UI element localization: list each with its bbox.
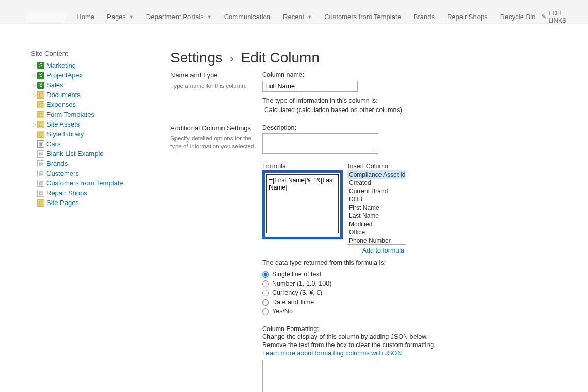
sidebar-item-label: Customers [46,169,79,177]
insert-option-created[interactable]: Created [347,179,406,187]
additional-heading: Additional Column Settings [170,124,262,132]
site-logo[interactable] [26,12,65,22]
return-type-radio-label: Number (1, 1.0, 100) [272,280,331,287]
expand-icon[interactable]: ▷ [31,92,37,98]
sidebar-item-projectapex[interactable]: ▷SProjectApex [31,70,170,80]
sidebar-item-customers[interactable]: ▷▤Customers [31,168,170,178]
breadcrumb-settings[interactable]: Settings [170,50,223,66]
sidebar-item-label: Site Pages [46,199,79,207]
return-type-label: The data type returned from this formula… [262,259,567,266]
return-type-radio[interactable] [262,290,269,296]
sidebar-item-form-templates[interactable]: ▷▢Form Templates [31,109,170,119]
sidebar-item-documents[interactable]: ▷▢Documents [31,90,170,100]
folder-icon: ▢ [37,91,44,99]
insert-option-first-name[interactable]: First Name [347,203,406,212]
return-type-radio[interactable] [262,271,269,278]
insert-column-label: Insert Column: [348,163,407,170]
description-label: Description: [262,124,567,131]
nav-item-customers-from-template[interactable]: Customers from Template [324,13,401,21]
return-type-radio-label: Currency ($, ¥, €) [272,289,322,296]
insert-column-list[interactable]: Compliance Asset IdCreatedCurrent BrandD… [347,170,406,245]
insert-option-phone-number[interactable]: Phone Number [347,237,406,245]
folder-icon: ▢ [37,101,44,108]
sidebar-item-label: Form Templates [46,111,94,118]
sidebar-item-sales[interactable]: ▷SSales [31,80,170,90]
formatting-label: Column Formatting: [262,325,567,333]
chevron-down-icon: ▼ [307,14,312,20]
add-to-formula-link[interactable]: Add to formula [262,247,404,254]
return-type-option-4[interactable]: Yes/No [262,307,567,316]
return-type-group: Single line of textNumber (1, 1.0, 100)C… [262,270,567,316]
return-type-option-2[interactable]: Currency ($, ¥, €) [262,288,567,297]
return-type-radio[interactable] [262,299,269,306]
insert-option-office[interactable]: Office [347,228,406,237]
list-icon: ▤ [37,150,44,158]
edit-links[interactable]: ✎ EDIT LINKS [542,10,573,24]
column-name-input[interactable] [262,81,358,92]
return-type-option-3[interactable]: Date and Time [262,297,567,307]
nav-item-department-portals[interactable]: Department Portals▼ [146,13,212,21]
insert-option-current-brand[interactable]: Current Brand [347,187,406,195]
nav-item-communication[interactable]: Communication [224,13,271,21]
pic-icon: ▣ [37,140,44,148]
nav-item-recent[interactable]: Recent▼ [283,13,312,21]
sidebar-item-style-library[interactable]: ▷▢Style Library [31,129,170,139]
insert-option-last-name[interactable]: Last Name [347,212,406,220]
return-type-radio[interactable] [262,308,269,315]
insert-option-compliance-asset-id[interactable]: Compliance Asset Id [347,170,406,179]
expand-icon[interactable]: ▷ [31,83,37,88]
sidebar-item-label: Documents [46,91,81,99]
formatting-learn-more-link[interactable]: Learn more about formatting columns with… [262,350,567,357]
breadcrumb-separator-icon: › [230,52,233,66]
sidebar-item-brands[interactable]: ▷▤Brands [31,159,170,168]
return-type-option-0[interactable]: Single line of text [262,270,567,279]
formula-input[interactable] [266,174,339,233]
type-info-label: The type of information in this column i… [262,97,567,104]
nav-item-home[interactable]: Home [76,13,94,21]
sidebar-item-cars[interactable]: ▷▣Cars [31,139,170,149]
site-icon: S [37,72,44,79]
main-content: Settings › Edit Column Name and Type Typ… [170,50,588,392]
expand-icon[interactable]: ▷ [31,122,37,127]
return-type-option-1[interactable]: Number (1, 1.0, 100) [262,279,567,288]
return-type-radio-label: Yes/No [272,308,293,315]
list-icon: ▤ [37,180,44,187]
type-info-value: Calculated (calculation based on other c… [264,106,567,114]
description-input[interactable] [262,133,378,154]
sidebar-title: Site Content [31,50,170,57]
chevron-down-icon: ▼ [207,14,212,20]
sidebar-item-label: Blank List Example [46,150,104,158]
nav-item-pages[interactable]: Pages▼ [107,13,134,21]
sidebar-item-label: Site Assets [46,120,80,128]
nav-item-repair-shops[interactable]: Repair Shops [447,13,488,21]
site-content-tree: ▷SMarketing▷SProjectApex▷SSales▷▢Documen… [31,60,170,208]
nav-item-recycle-bin[interactable]: Recycle Bin [500,13,536,21]
return-type-radio-label: Single line of text [272,271,321,278]
folder-icon: ▢ [37,131,44,138]
sidebar-item-blank-list-example[interactable]: ▷▤Blank List Example [31,149,170,159]
sidebar-item-site-assets[interactable]: ▷▢Site Assets [31,119,170,129]
sidebar-item-site-pages[interactable]: ▷▢Site Pages [31,198,170,208]
sidebar-item-label: Brands [46,160,68,167]
sidebar-item-marketing[interactable]: ▷SMarketing [31,60,170,70]
site-icon: S [37,82,44,89]
formula-label: Formula: [262,163,344,170]
nav-item-brands[interactable]: Brands [414,13,435,21]
insert-option-dob[interactable]: DOB [347,195,406,203]
folder-icon: ▢ [37,199,44,207]
return-type-radio-label: Date and Time [272,299,314,306]
return-type-radio[interactable] [262,280,269,287]
folder-icon: ▢ [37,111,44,118]
section-name-and-type: Name and Type Type a name for this colum… [170,71,567,114]
insert-option-modified[interactable]: Modified [347,220,406,228]
expand-icon[interactable]: ▷ [31,73,37,78]
expand-icon[interactable]: ▷ [31,63,37,68]
json-formatting-input[interactable] [262,360,378,393]
sidebar-item-repair-shops[interactable]: ▷▤Repair Shops [31,188,170,198]
sidebar-item-expenses[interactable]: ▷▢Expenses [31,100,170,109]
top-ribbon [0,0,588,10]
additional-sub: Specify detailed options for the type of… [170,135,262,150]
sidebar-item-label: Customers from Template [46,179,123,187]
name-type-heading: Name and Type [170,71,262,79]
sidebar-item-customers-from-template[interactable]: ▷▤Customers from Template [31,178,170,188]
